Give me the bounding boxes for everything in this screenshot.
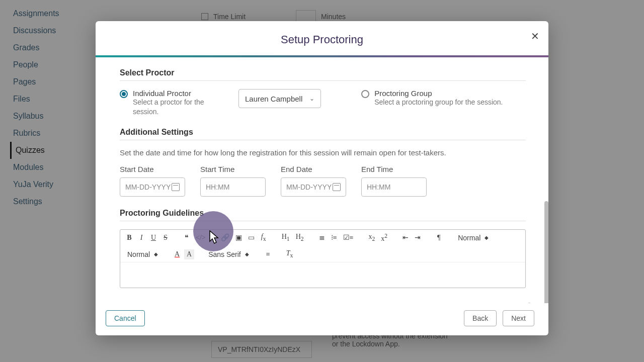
divider bbox=[120, 80, 526, 81]
direction-icon[interactable]: ¶ bbox=[434, 233, 444, 243]
formula-icon[interactable]: fx bbox=[259, 232, 269, 243]
divider bbox=[120, 221, 526, 221]
modal-body: Select Proctor Individual Proctor Select… bbox=[96, 57, 548, 303]
end-time-input[interactable]: HH:MM bbox=[361, 177, 427, 197]
back-button[interactable]: Back bbox=[464, 310, 497, 326]
bullet-list-icon[interactable]: ⁝≡ bbox=[329, 232, 339, 243]
calendar-icon[interactable] bbox=[333, 183, 341, 191]
end-time-placeholder: HH:MM bbox=[367, 183, 390, 191]
individual-sub: Select a proctor for the session. bbox=[133, 98, 223, 117]
select-proctor-heading: Select Proctor bbox=[120, 68, 526, 77]
start-time-field: Start Time HH:MM bbox=[200, 165, 266, 197]
modal-header: Setup Proctoring ✕ bbox=[96, 21, 548, 55]
modal-scrollbar[interactable] bbox=[544, 201, 548, 303]
text-color-icon[interactable]: A bbox=[172, 249, 182, 259]
start-date-input[interactable]: MM-DD-YYYY bbox=[120, 177, 185, 197]
rte-content-area[interactable] bbox=[120, 262, 525, 288]
end-date-placeholder: MM-DD-YYYY bbox=[286, 183, 332, 191]
bold-icon[interactable]: B bbox=[124, 233, 134, 243]
start-time-label: Start Time bbox=[200, 165, 266, 173]
start-date-label: Start Date bbox=[120, 165, 185, 173]
size-select[interactable]: Normal ◆ bbox=[455, 233, 492, 243]
check-list-icon[interactable]: ☑≡ bbox=[341, 232, 356, 243]
proctoring-group-option[interactable]: Proctoring Group Select a proctoring gro… bbox=[361, 89, 503, 107]
italic-icon[interactable]: I bbox=[136, 233, 146, 243]
strike-icon[interactable]: S bbox=[160, 233, 171, 243]
quote-icon[interactable]: ❝ bbox=[182, 232, 192, 243]
rte-toolbar: B I U S ❝ </> 🔗 ▣ ▭ fx H1 H2 ≣ bbox=[120, 230, 525, 262]
modal-title: Setup Proctoring bbox=[96, 33, 548, 46]
start-time-placeholder: HH:MM bbox=[206, 183, 229, 191]
next-button[interactable]: Next bbox=[503, 310, 534, 326]
h1-icon[interactable]: H1 bbox=[280, 232, 292, 243]
indent-icon[interactable]: ⇥ bbox=[413, 232, 423, 243]
proctor-select[interactable]: Lauren Campbell ⌄ bbox=[238, 89, 321, 108]
calendar-icon[interactable] bbox=[172, 183, 180, 191]
bg-color-icon[interactable]: A bbox=[184, 249, 194, 259]
end-time-field: End Time HH:MM bbox=[361, 165, 427, 197]
align-icon[interactable]: ≡ bbox=[263, 249, 273, 259]
superscript-icon[interactable]: x2 bbox=[379, 232, 389, 244]
group-label: Proctoring Group bbox=[374, 89, 503, 98]
h2-icon[interactable]: H2 bbox=[294, 232, 306, 243]
image-icon[interactable]: ▣ bbox=[233, 232, 244, 243]
individual-proctor-option[interactable]: Individual Proctor Select a proctor for … bbox=[120, 89, 223, 117]
outdent-icon[interactable]: ⇤ bbox=[400, 232, 411, 243]
end-date-input[interactable]: MM-DD-YYYY bbox=[281, 177, 346, 197]
underline-icon[interactable]: U bbox=[148, 233, 158, 243]
additional-settings-heading: Additional Settings bbox=[120, 128, 526, 137]
setup-proctoring-modal: Setup Proctoring ✕ Select Proctor Indivi… bbox=[96, 21, 548, 335]
subscript-icon[interactable]: x2 bbox=[367, 232, 377, 243]
additional-help-text: Set the date and time for how long the r… bbox=[120, 148, 526, 157]
video-icon[interactable]: ▭ bbox=[246, 232, 257, 243]
style-select[interactable]: Normal ◆ bbox=[124, 249, 161, 259]
proctor-type-row: Individual Proctor Select a proctor for … bbox=[120, 89, 526, 117]
rte-scrollbar[interactable] bbox=[527, 303, 531, 303]
chevron-down-icon: ⌄ bbox=[309, 95, 314, 102]
ordered-list-icon[interactable]: ≣ bbox=[317, 232, 327, 243]
start-date-placeholder: MM-DD-YYYY bbox=[125, 183, 171, 191]
guidelines-heading: Proctoring Guidelines bbox=[120, 209, 526, 218]
guidelines-editor[interactable]: B I U S ❝ </> 🔗 ▣ ▭ fx H1 H2 ≣ bbox=[120, 229, 526, 288]
end-date-field: End Date MM-DD-YYYY bbox=[281, 165, 346, 197]
cursor-icon bbox=[209, 230, 220, 244]
modal-footer: Cancel Back Next bbox=[96, 303, 548, 335]
end-time-label: End Time bbox=[361, 165, 427, 173]
clear-format-icon[interactable]: Tx bbox=[284, 248, 295, 260]
individual-label: Individual Proctor bbox=[133, 89, 223, 98]
radio-group[interactable] bbox=[361, 90, 369, 98]
datetime-row: Start Date MM-DD-YYYY Start Time HH:MM E… bbox=[120, 165, 526, 197]
radio-individual[interactable] bbox=[120, 90, 128, 98]
proctor-selected-value: Lauren Campbell bbox=[245, 95, 302, 103]
divider bbox=[120, 140, 526, 140]
start-time-input[interactable]: HH:MM bbox=[200, 177, 266, 197]
end-date-label: End Date bbox=[281, 165, 346, 173]
cancel-button[interactable]: Cancel bbox=[106, 310, 145, 326]
close-icon[interactable]: ✕ bbox=[531, 30, 539, 42]
start-date-field: Start Date MM-DD-YYYY bbox=[120, 165, 185, 197]
group-sub: Select a proctoring group for the sessio… bbox=[374, 98, 503, 107]
